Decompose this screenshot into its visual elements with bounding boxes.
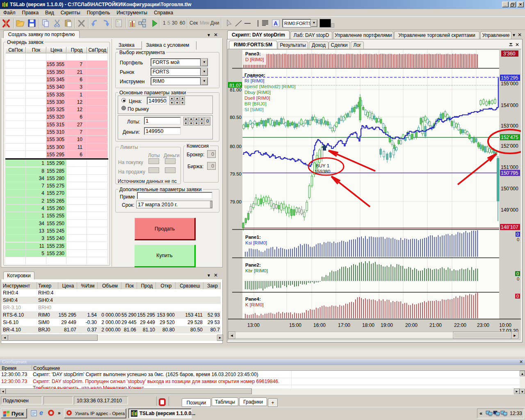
svg-text:Ksi [RIM0]: Ksi [RIM0] — [245, 240, 267, 245]
svg-text:D [RIM0]: D [RIM0] — [245, 57, 264, 62]
svg-text:◄: ◄ — [230, 333, 234, 338]
svg-text:opend (Method2) [RIM0]: opend (Method2) [RIM0] — [244, 84, 296, 89]
svg-text:159380: 159380 — [315, 169, 330, 174]
svg-text:0: 0 — [517, 276, 519, 281]
svg-text:0: 0 — [516, 294, 519, 299]
svg-text:18:00: 18:00 — [362, 322, 374, 328]
svg-text:151’000: 151’000 — [501, 164, 518, 170]
svg-text:19:00: 19:00 — [381, 322, 393, 328]
svg-text:Pane2:: Pane2: — [245, 262, 261, 267]
svg-text:150’000: 150’000 — [501, 186, 518, 192]
svg-text:A: A — [274, 20, 278, 27]
svg-text:BUY 1: BUY 1 — [316, 163, 329, 168]
svg-text:RI [RIM0]: RI [RIM0] — [244, 78, 265, 83]
svg-text:Pane1:: Pane1: — [245, 235, 261, 240]
svg-text:BR [BRJ0]: BR [BRJ0] — [244, 101, 267, 106]
svg-text:13:00: 13:00 — [247, 322, 260, 328]
svg-text:79.00: 79.00 — [230, 199, 242, 204]
svg-text:►: ► — [513, 333, 517, 338]
svg-text:16:00: 16:00 — [313, 322, 326, 328]
svg-text:153’000: 153’000 — [501, 123, 518, 129]
svg-text:79.50: 79.50 — [230, 171, 242, 176]
svg-text:155’000: 155’000 — [501, 81, 518, 87]
svg-text:15:00: 15:00 — [289, 322, 301, 328]
svg-text:3’360: 3’360 — [503, 51, 516, 57]
svg-text:80.50: 80.50 — [230, 115, 242, 120]
svg-text:0: 0 — [517, 237, 519, 242]
svg-text:17:00: 17:00 — [338, 322, 350, 328]
svg-text:0: 0 — [516, 232, 519, 237]
svg-text:20:00: 20:00 — [405, 322, 418, 328]
svg-text:152’000: 152’000 — [501, 143, 518, 149]
svg-text:80.00: 80.00 — [230, 144, 242, 149]
svg-text:23:00: 23:00 — [477, 322, 489, 328]
svg-text:Dbuy [RIM0]: Dbuy [RIM0] — [244, 90, 271, 95]
svg-text:Kbr [RIM0]: Kbr [RIM0] — [245, 268, 268, 273]
svg-text:149’000: 149’000 — [501, 207, 518, 213]
svg-text:21:00: 21:00 — [429, 322, 442, 328]
svg-text:Dsell [RIM0]: Dsell [RIM0] — [244, 96, 270, 100]
svg-text:Pane4:: Pane4: — [245, 297, 261, 301]
svg-text:152’475: 152’475 — [501, 135, 518, 140]
svg-text:K [RIM0]: K [RIM0] — [245, 302, 264, 307]
svg-text:148’107: 148’107 — [501, 224, 518, 230]
svg-text:Главное:: Главное: — [244, 73, 265, 78]
svg-text:SI [SiM0]: SI [SiM0] — [244, 107, 264, 112]
svg-text:0: 0 — [516, 271, 519, 276]
svg-text:22:00: 22:00 — [454, 322, 466, 328]
svg-text:81.00: 81.00 — [230, 87, 242, 92]
svg-text:150’795: 150’795 — [501, 170, 518, 176]
svg-text:Pane3:: Pane3: — [245, 51, 261, 56]
svg-text:154’000: 154’000 — [501, 103, 518, 108]
svg-text:155’295: 155’295 — [501, 75, 518, 81]
svg-text:10:00: 10:00 — [499, 322, 511, 328]
